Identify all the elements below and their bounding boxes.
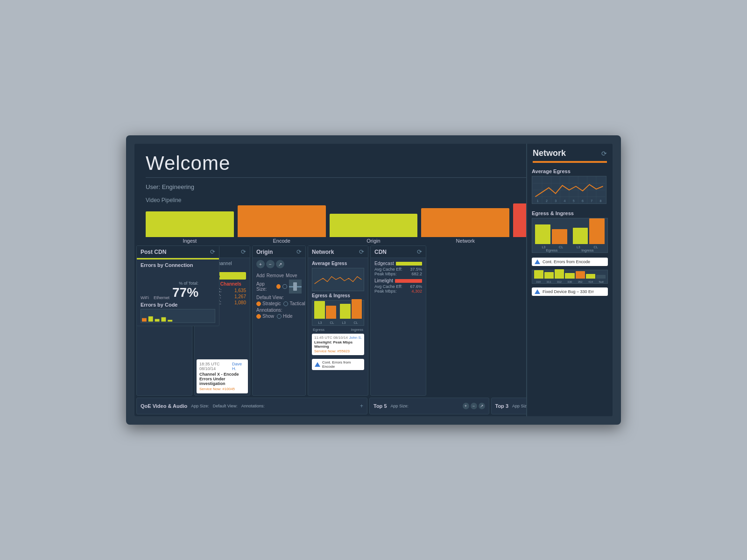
network-popup-header: Network ⟳ <box>527 144 613 161</box>
origin-move-label: Move <box>286 273 297 278</box>
user-label: User: Engineering <box>146 183 194 190</box>
strategic-radio-btn[interactable] <box>256 301 261 306</box>
bar-ingest-label: Ingest <box>183 238 197 244</box>
avg-egress-section: Average Egress <box>527 167 613 209</box>
l3-label2: L3 <box>342 321 346 324</box>
origin-controls: + − ↗ <box>253 258 305 270</box>
egress-axis-label: Egress <box>313 328 324 332</box>
network-tooltip: 11:45 UTC 08/10/14 John S. Limelight: Pe… <box>312 334 364 355</box>
wifi-label: WiFi <box>141 295 149 300</box>
network-cont-errors: Cont. Errors from Encode <box>312 359 364 370</box>
errors-by-code-title: Errors by Code <box>141 302 215 308</box>
network-tooltip-service: Service Now: #55823 <box>314 349 362 353</box>
origin-remove-btn[interactable]: − <box>266 260 275 268</box>
network-panel-header: Network ⟳ <box>308 246 368 258</box>
bar-origin-label: Origin <box>366 238 380 244</box>
network-axis-labels: Egress Ingress <box>312 328 364 332</box>
network-body: Average Egress Egress & Ingress <box>308 258 368 395</box>
network-panel: Network ⟳ Average Egress Egress & Ingres… <box>308 245 368 396</box>
network-refresh-icon[interactable]: ⟳ <box>359 248 364 255</box>
post-cdn-header: Post CDN ⟳ <box>137 246 219 258</box>
top5-btn3[interactable]: ↗ <box>479 403 485 409</box>
top5-panel: Top 5 App Size: + − ↗ <box>369 398 489 414</box>
network-tooltip-author: John S. <box>349 336 362 340</box>
qoe-annotations: Annotations: <box>241 404 265 408</box>
channel-y-value: 1,267 <box>234 294 246 299</box>
limelight-label: Limelight <box>374 278 393 283</box>
strategic-radio[interactable]: Strategic <box>256 301 281 306</box>
ei-ingress-label: Ingress <box>581 248 593 252</box>
bar-cl-egress <box>326 306 337 319</box>
network-popup-accent <box>533 161 607 163</box>
inner-frame: Welcome User: Engineering ▦ Video Pipeli… <box>134 144 613 416</box>
hide-radio-btn[interactable] <box>277 314 282 319</box>
bar-l3-egress <box>314 301 325 319</box>
qoe-panel: QoE Video & Audio App Size: Default View… <box>136 398 367 414</box>
pbc-bar6 <box>586 274 595 279</box>
origin-move-btn[interactable]: ↗ <box>276 260 284 268</box>
egress-ingress-section: Egress & Ingress L3 CL L3 CL <box>527 209 613 256</box>
app-size-radio1[interactable] <box>276 284 281 289</box>
popup-cont-errors-icon <box>535 259 540 264</box>
origin-body: Add Remove Move App Size: <box>253 270 305 322</box>
cdn-refresh-icon[interactable]: ⟳ <box>417 248 422 255</box>
origin-panel: Origin ⟳ + − ↗ Add <box>252 245 306 396</box>
egress-ingress-bar-chart: L3 CL L3 CL Egress Ingress <box>532 218 608 253</box>
ei-bar-cl-ingress <box>589 218 605 244</box>
network-bar-chart: L3 CL L3 CL <box>312 300 364 326</box>
top5-btn1[interactable]: + <box>463 403 469 409</box>
pbc-bar7 <box>596 275 606 279</box>
post-cdn-title: Post CDN <box>141 249 166 255</box>
hide-radio[interactable]: Hide <box>277 314 293 319</box>
channel-z-value: 1,080 <box>234 300 246 305</box>
avg-egress-line-chart: 12345678 <box>532 176 606 204</box>
origin-refresh-icon[interactable]: ⟳ <box>296 248 302 255</box>
svg-rect-1 <box>148 316 153 322</box>
origin-panel-title: Origin <box>256 249 273 255</box>
bar-network-label: Network <box>456 238 475 244</box>
tooltip-text: Channel X - Encode Errors Under investig… <box>199 372 245 386</box>
errors-by-code-chart <box>141 309 215 323</box>
cdn-avg-cache-eff1: Avg Cache Eff: <box>374 267 402 272</box>
svg-rect-0 <box>142 318 147 322</box>
encode-refresh-icon[interactable]: ⟳ <box>241 248 246 255</box>
pct-value: 77% <box>172 286 198 300</box>
tooltip-author: Dave H. <box>232 362 245 371</box>
origin-panel-header: Origin ⟳ <box>253 246 305 258</box>
bar-cl-ingress <box>352 299 362 319</box>
origin-add-btn[interactable]: + <box>256 260 265 268</box>
bar-network <box>421 208 509 237</box>
post-cdn-refresh-icon[interactable]: ⟳ <box>210 248 215 255</box>
tooltip-service-now: Service Now: #10045 <box>199 387 245 391</box>
egress-ingress-title: Egress & Ingress <box>532 210 608 216</box>
ingress-axis-label: Ingress <box>351 328 363 332</box>
qoe-title: QoE Video & Audio <box>141 403 187 409</box>
fixed-device-bug-badge: Fixed Device Bug – 330 Err <box>532 287 608 296</box>
top5-btn2[interactable]: − <box>471 403 477 409</box>
network-egress-chart <box>312 268 364 291</box>
network-popup-title: Network <box>533 148 566 158</box>
bar-ingest <box>146 211 234 237</box>
cont-errors-icon <box>315 362 320 367</box>
tactical-radio-btn[interactable] <box>283 301 288 306</box>
ei-bar-l3-egress <box>535 224 550 244</box>
cdn-panel-header: CDN ⟳ <box>371 246 426 258</box>
network-popup-refresh-icon[interactable]: ⟳ <box>601 150 607 157</box>
egress-ingress-label: Egress & Ingress <box>312 293 364 298</box>
pipe-bar-network: Network <box>421 208 509 244</box>
qoe-default-view: Default View: <box>213 404 238 408</box>
cdn-val1: 37.5% <box>410 267 422 272</box>
popup-cont-errors-badge: Cont. Errors from Encode <box>532 258 608 266</box>
edgecast-bar <box>396 262 422 266</box>
show-radio[interactable]: Show <box>256 314 274 319</box>
size-slider[interactable] <box>289 280 302 294</box>
popup-bottom-chart: 310311312330352414Null <box>532 270 608 284</box>
qoe-add-btn[interactable]: + <box>360 403 363 409</box>
origin-default-view-label: Default View: <box>256 295 302 300</box>
ei-bar-cl-egress <box>552 229 567 244</box>
tactical-radio[interactable]: Tactical <box>283 301 305 306</box>
post-cdn-panel: Post CDN ⟳ Errors by Connection <box>136 245 219 326</box>
show-radio-btn[interactable] <box>256 314 261 319</box>
app-size-radio2[interactable] <box>282 284 287 289</box>
pipe-bar-origin: Origin <box>330 214 418 244</box>
